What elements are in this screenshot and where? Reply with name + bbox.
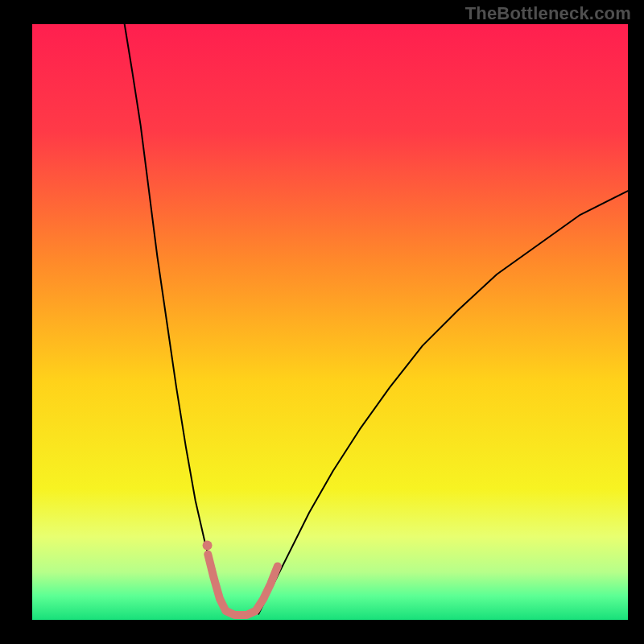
- watermark-text: TheBottleneck.com: [465, 3, 631, 24]
- series-right-branch: [258, 191, 628, 613]
- series-highlight-dot: [203, 541, 213, 551]
- chart-frame: TheBottleneck.com: [0, 0, 644, 644]
- curves-layer: [32, 24, 628, 620]
- series-highlight-segment: [208, 555, 278, 615]
- plot-area: [32, 24, 628, 620]
- series-left-branch: [125, 24, 226, 614]
